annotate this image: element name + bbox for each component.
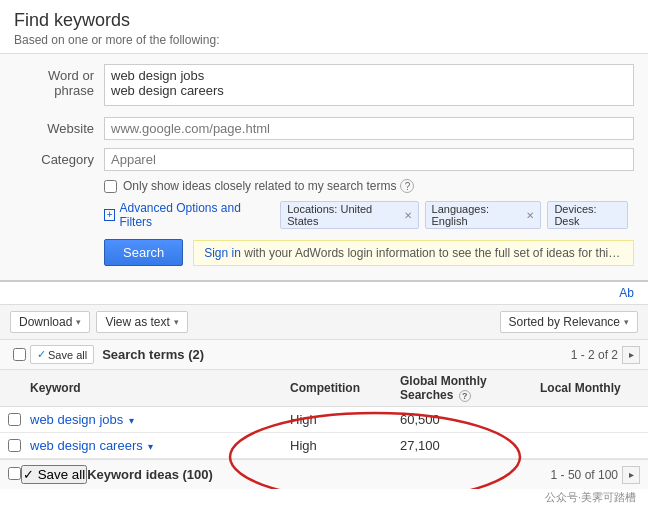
location-filter-label: Locations: United States: [287, 203, 399, 227]
category-label: Category: [14, 148, 104, 167]
search-terms-title: Search terms (2): [102, 347, 570, 362]
keyword-ideas-master-checkbox[interactable]: [8, 467, 21, 480]
word-phrase-label: Word or phrase: [14, 64, 104, 98]
search-terms-nav-arrow[interactable]: ▸: [622, 346, 640, 364]
website-input[interactable]: [104, 117, 634, 140]
keyword-ideas-count-text: 1 - 50 of 100: [551, 468, 618, 482]
toolbar: Download ▾ View as text ▾ Sorted by Rele…: [0, 304, 648, 340]
row2-keyword-link[interactable]: web design careers: [30, 438, 143, 453]
table-row: web design jobs ▾ High 60,500: [0, 407, 648, 433]
row2-keyword: web design careers ▾: [30, 438, 290, 453]
row2-global: 27,100: [400, 438, 540, 453]
sign-in-notice: Sign in with your AdWords login informat…: [193, 240, 634, 266]
language-filter-tag: Languages: English ✕: [425, 201, 542, 229]
plus-icon: +: [104, 209, 115, 221]
row1-competition: High: [290, 412, 400, 427]
keyword-ideas-master-checkbox-col: [8, 467, 21, 483]
global-monthly-help-icon[interactable]: ?: [459, 390, 471, 402]
category-input-area: [104, 148, 634, 171]
category-input[interactable]: [104, 148, 634, 171]
keyword-ideas-nav-arrow[interactable]: ▸: [622, 466, 640, 484]
col-competition-header: Competition: [290, 381, 400, 395]
advanced-options-row: + Advanced Options and Filters Locations…: [104, 201, 634, 229]
keyword-ideas-checkmark: ✓: [23, 467, 34, 482]
col-global-label: Global Monthly Searches: [400, 374, 487, 402]
data-rows-container: web design jobs ▾ High 60,500 web design…: [0, 407, 648, 459]
keyword-ideas-title: Keyword ideas (100): [87, 467, 550, 482]
location-filter-remove[interactable]: ✕: [404, 210, 412, 221]
devices-filter-tag: Devices: Desk: [547, 201, 628, 229]
col-global-header: Global Monthly Searches ?: [400, 374, 540, 402]
search-terms-master-checkbox[interactable]: [13, 348, 26, 361]
row2-checkbox-col: [8, 439, 30, 452]
advanced-options-link[interactable]: + Advanced Options and Filters: [104, 201, 268, 229]
save-all-checkmark: ✓: [37, 348, 46, 361]
checkbox-label: Only show ideas closely related to my se…: [123, 179, 396, 193]
view-as-text-button[interactable]: View as text ▾: [96, 311, 187, 333]
search-terms-master-checkbox-col: [8, 348, 30, 361]
row2-competition: High: [290, 438, 400, 453]
row1-keyword-arrow: ▾: [129, 415, 134, 426]
ab-row: Ab: [0, 282, 648, 304]
search-terms-count-text: 1 - 2 of 2: [571, 348, 618, 362]
search-button[interactable]: Search: [104, 239, 183, 266]
page-title: Find keywords: [14, 10, 634, 31]
sign-in-link[interactable]: Sign in: [204, 246, 241, 260]
website-input-area: [104, 117, 634, 140]
form-section: Word or phrase web design jobs web desig…: [0, 54, 648, 282]
toolbar-left: Download ▾ View as text ▾: [10, 311, 188, 333]
column-headers: Keyword Competition Global Monthly Searc…: [0, 370, 648, 407]
website-row: Website: [14, 117, 634, 140]
word-phrase-input[interactable]: web design jobs web design careers: [104, 64, 634, 106]
row1-keyword: web design jobs ▾: [30, 412, 290, 427]
keyword-ideas-save-label: Save all: [38, 467, 85, 482]
devices-filter-label: Devices: Desk: [554, 203, 621, 227]
view-chevron-icon: ▾: [174, 317, 179, 327]
checkbox-row: Only show ideas closely related to my se…: [104, 179, 634, 193]
col-keyword-header: Keyword: [30, 381, 290, 395]
search-row: Search Sign in with your AdWords login i…: [104, 239, 634, 266]
search-terms-count: 1 - 2 of 2 ▸: [571, 346, 640, 364]
search-terms-save-row: ✓ Save all Search terms (2) 1 - 2 of 2 ▸: [0, 340, 648, 370]
sort-label: Sorted by Relevance: [509, 315, 620, 329]
table-row: web design careers ▾ High 27,100: [0, 433, 648, 459]
toolbar-right: Sorted by Relevance ▾: [500, 311, 638, 333]
category-row: Category: [14, 148, 634, 171]
row1-checkbox-col: [8, 413, 30, 426]
download-label: Download: [19, 315, 72, 329]
language-filter-label: Languages: English: [432, 203, 523, 227]
header-section: Find keywords Based on one or more of th…: [0, 0, 648, 54]
website-label: Website: [14, 117, 104, 136]
download-chevron-icon: ▾: [76, 317, 81, 327]
view-as-text-label: View as text: [105, 315, 169, 329]
page-subtitle: Based on one or more of the following:: [14, 33, 634, 47]
row1-global: 60,500: [400, 412, 540, 427]
keyword-ideas-save-row: ✓ Save all Keyword ideas (100) 1 - 50 of…: [0, 459, 648, 489]
advanced-link-label: Advanced Options and Filters: [119, 201, 268, 229]
keyword-ideas-save-all-button[interactable]: ✓ Save all: [21, 465, 87, 484]
language-filter-remove[interactable]: ✕: [526, 210, 534, 221]
location-filter-tag: Locations: United States ✕: [280, 201, 418, 229]
sign-in-text: with your AdWords login information to s…: [244, 246, 623, 260]
download-button[interactable]: Download ▾: [10, 311, 90, 333]
table-section: ✓ Save all Search terms (2) 1 - 2 of 2 ▸…: [0, 340, 648, 489]
sort-chevron-icon: ▾: [624, 317, 629, 327]
ab-link[interactable]: Ab: [619, 286, 634, 300]
save-all-label: Save all: [48, 349, 87, 361]
search-terms-save-all-button[interactable]: ✓ Save all: [30, 345, 94, 364]
row1-checkbox[interactable]: [8, 413, 21, 426]
row1-keyword-link[interactable]: web design jobs: [30, 412, 123, 427]
related-ideas-checkbox[interactable]: [104, 180, 117, 193]
row2-keyword-arrow: ▾: [148, 441, 153, 452]
keyword-ideas-count: 1 - 50 of 100 ▸: [551, 466, 640, 484]
word-phrase-row: Word or phrase web design jobs web desig…: [14, 64, 634, 109]
row2-checkbox[interactable]: [8, 439, 21, 452]
checkbox-help-icon[interactable]: ?: [400, 179, 414, 193]
word-phrase-input-area: web design jobs web design careers: [104, 64, 634, 109]
col-local-header: Local Monthly: [540, 381, 640, 395]
sort-button[interactable]: Sorted by Relevance ▾: [500, 311, 638, 333]
